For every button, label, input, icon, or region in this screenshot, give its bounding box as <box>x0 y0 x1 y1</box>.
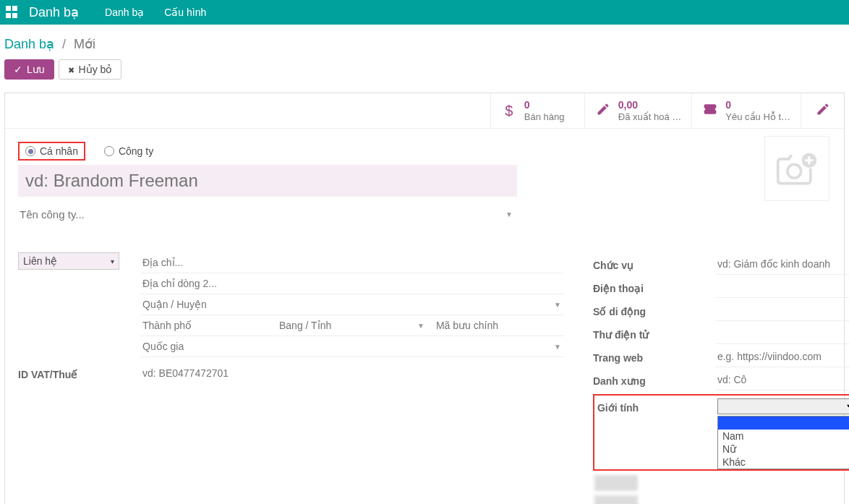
discard-label: Hủy bỏ <box>79 64 113 75</box>
job-input[interactable] <box>716 254 849 275</box>
apps-icon[interactable] <box>6 6 19 19</box>
radio-company[interactable]: Công ty <box>98 143 159 159</box>
gender-option-female[interactable]: Nữ <box>718 443 849 456</box>
blurred-label <box>594 475 638 491</box>
chevron-down-icon[interactable]: ▼ <box>551 343 564 351</box>
radio-dot-icon <box>104 146 114 156</box>
website-input[interactable] <box>716 346 849 367</box>
chevron-down-icon: ▾ <box>111 257 114 265</box>
pencil-square-icon <box>595 102 611 120</box>
camera-plus-icon <box>775 150 819 187</box>
job-label: Chức vụ <box>593 257 716 271</box>
svg-point-0 <box>788 165 801 179</box>
blurred-label <box>594 495 638 504</box>
address-type-label: Liên hệ <box>23 255 57 267</box>
gender-dropdown: Nam Nữ Khác <box>717 416 849 469</box>
stat-tickets-value: 0 <box>725 99 790 111</box>
name-input[interactable] <box>18 165 517 197</box>
action-bar: Lưu Hủy bỏ <box>4 59 845 80</box>
dollar-icon: $ <box>501 103 517 119</box>
contact-type-radio: Cá nhân Công ty <box>18 142 831 161</box>
company-input[interactable] <box>18 205 501 223</box>
mobile-input[interactable] <box>716 300 849 321</box>
radio-individual[interactable]: Cá nhân <box>18 142 85 161</box>
stat-tickets[interactable]: 0 Yêu cầu Hỗ t… <box>691 93 801 128</box>
chevron-down-icon[interactable]: ▼ <box>551 301 564 309</box>
website-label: Trang web <box>593 349 716 364</box>
street2-input[interactable] <box>141 273 564 294</box>
phone-label: Điện thoại <box>593 280 716 294</box>
title-label: Danh xưng <box>593 372 716 387</box>
top-menu: Danh bạ Cấu hình <box>105 7 206 18</box>
chevron-down-icon[interactable]: ▼ <box>845 375 849 383</box>
state-input[interactable] <box>278 315 407 336</box>
app-title: Danh bạ <box>29 4 79 20</box>
vat-input[interactable] <box>141 363 564 383</box>
title-input[interactable] <box>716 370 845 390</box>
stat-sales[interactable]: $ 0 Bán hàng <box>490 93 584 128</box>
form-sheet: $ 0 Bán hàng 0,00 Đã xuất hoá … <box>4 93 845 504</box>
email-input[interactable] <box>716 323 849 344</box>
topbar: Danh bạ Danh bạ Cấu hình <box>0 0 849 25</box>
stat-invoiced[interactable]: 0,00 Đã xuất hoá … <box>584 93 692 128</box>
stat-edit[interactable] <box>801 93 844 128</box>
gender-option-male[interactable]: Nam <box>718 430 849 443</box>
avatar-upload[interactable] <box>764 136 829 201</box>
menu-config[interactable]: Cấu hình <box>164 7 206 18</box>
radio-individual-label: Cá nhân <box>40 145 78 157</box>
address-type-select[interactable]: Liên hệ ▾ <box>18 252 119 270</box>
mobile-label: Số di động <box>593 303 716 317</box>
gender-option-other[interactable]: Khác <box>718 456 849 469</box>
ticket-icon <box>702 102 718 120</box>
save-button[interactable]: Lưu <box>4 59 54 80</box>
breadcrumb-current: Mới <box>74 37 95 51</box>
chevron-down-icon[interactable]: ▼ <box>501 210 517 218</box>
zip-input[interactable] <box>435 315 564 336</box>
chevron-down-icon[interactable]: ▼ <box>414 322 427 330</box>
breadcrumb-sep: / <box>62 37 66 51</box>
stat-tickets-label: Yêu cầu Hỗ t… <box>725 111 790 123</box>
stat-invoiced-value: 0,00 <box>618 99 682 111</box>
save-label: Lưu <box>27 64 45 75</box>
radio-company-label: Công ty <box>119 145 153 157</box>
vat-label: ID VAT/Thuế <box>18 366 141 380</box>
stat-sales-value: 0 <box>524 99 565 111</box>
district-input[interactable] <box>141 294 544 315</box>
country-input[interactable] <box>141 336 544 356</box>
gender-select[interactable] <box>717 398 849 414</box>
x-icon <box>68 64 74 75</box>
stat-invoiced-label: Đã xuất hoá … <box>618 111 682 123</box>
breadcrumb: Danh bạ / Mới <box>4 32 845 59</box>
gender-label: Giới tính <box>597 399 717 414</box>
email-label: Thư điện tử <box>593 326 716 341</box>
gender-option-blank[interactable] <box>718 417 849 430</box>
phone-input[interactable] <box>716 277 849 298</box>
check-icon <box>14 64 22 75</box>
stat-buttons: $ 0 Bán hàng 0,00 Đã xuất hoá … <box>5 93 844 129</box>
pencil-icon <box>815 102 831 120</box>
stat-sales-label: Bán hàng <box>524 111 565 123</box>
street-input[interactable] <box>141 252 564 273</box>
radio-dot-icon <box>25 146 35 156</box>
breadcrumb-root[interactable]: Danh bạ <box>4 37 54 51</box>
menu-contacts[interactable]: Danh bạ <box>105 7 144 18</box>
discard-button[interactable]: Hủy bỏ <box>59 59 122 80</box>
gender-highlight: Giới tính Nam Nữ Khác <box>593 394 849 471</box>
city-input[interactable] <box>141 315 270 336</box>
